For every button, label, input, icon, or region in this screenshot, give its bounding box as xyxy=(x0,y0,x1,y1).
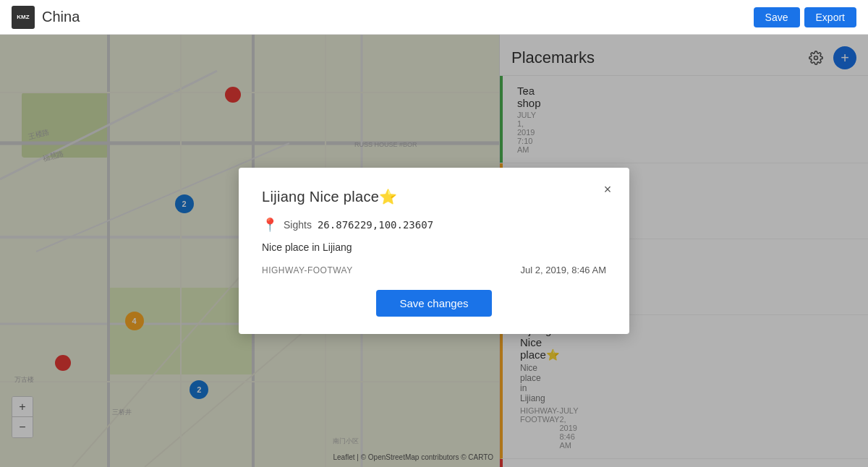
modal-description: Nice place in Lijiang xyxy=(262,241,606,253)
save-changes-button[interactable]: Save changes xyxy=(376,290,491,317)
export-button[interactable]: Export xyxy=(804,7,856,27)
modal-coordinates: 26.876229,100.23607 xyxy=(318,219,433,231)
save-button[interactable]: Save xyxy=(754,7,800,27)
location-icon: 📍 xyxy=(262,217,278,233)
modal-close-button[interactable]: × xyxy=(597,179,618,200)
modal-type: HIGHWAY-FOOTWAY xyxy=(262,265,353,275)
modal-category: Sights xyxy=(284,219,312,231)
modal-footer: HIGHWAY-FOOTWAY Jul 2, 2019, 8:46 AM xyxy=(262,265,606,275)
page-title: China xyxy=(42,9,80,25)
main-content: 王楼路 福慧路 RUSS HOUSE #BOR 万古楼 三桥井 南门小区 2 4… xyxy=(0,35,868,467)
modal-overlay[interactable]: × Lijiang Nice place⭐ 📍 Sights 26.876229… xyxy=(0,35,868,467)
modal-dialog: × Lijiang Nice place⭐ 📍 Sights 26.876229… xyxy=(239,168,629,334)
kmz-icon: KMZ xyxy=(12,6,35,29)
modal-location-row: 📍 Sights 26.876229,100.23607 xyxy=(262,217,606,233)
header-buttons: Save Export xyxy=(754,7,856,27)
header: KMZ China Save Export xyxy=(0,0,868,35)
modal-date: Jul 2, 2019, 8:46 AM xyxy=(520,265,606,275)
modal-title: Lijiang Nice place⭐ xyxy=(262,188,606,205)
header-left: KMZ China xyxy=(12,6,80,29)
